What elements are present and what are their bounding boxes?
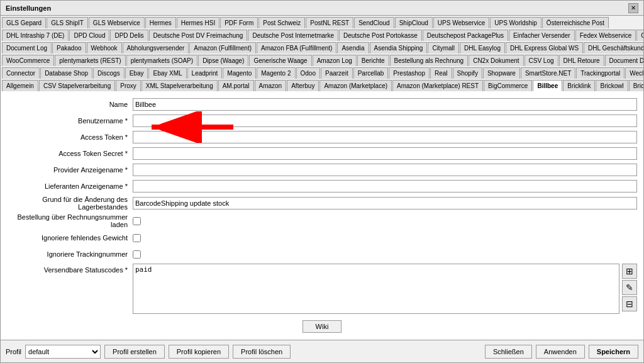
tab-pakadoo[interactable]: Pakadoo [52,42,86,53]
tab-plentymarkets-soap[interactable]: plentymarkets (SOAP) [126,55,197,66]
tab-abholungsversender[interactable]: Abholungsversender [123,42,189,53]
tab-paarzeit[interactable]: Paarzeit [321,67,353,79]
profil-select[interactable]: default [25,345,101,359]
tab-document-log[interactable]: Document Log [2,42,52,53]
tab-gls-shipit[interactable]: GLS ShipIT [47,17,88,28]
tab-shopify[interactable]: Shopify [453,67,482,79]
tab-postnl-rest[interactable]: PostNL REST [306,17,353,28]
tab-xml-stapel[interactable]: XML Stapelverarbeitung [142,80,218,91]
tab-deutsche-post-internetmarke[interactable]: Deutsche Post Internetmarke [248,30,338,41]
tab-amazon-fba[interactable]: Amazon FBA (Fulfillment) [257,42,336,53]
tab-sendcloud[interactable]: SendCloud [354,17,394,28]
tab-shipcloud[interactable]: ShipCloud [395,17,433,28]
tab-dhl-easylog[interactable]: DHL Easylog [460,42,505,53]
access-token-input[interactable] [133,131,637,143]
tab-prestashop[interactable]: Prestashop [389,67,430,79]
statuscodes-delete-button[interactable]: ⊟ [622,296,637,311]
access-token-secret-input[interactable] [133,147,637,160]
tab-einfacher-versender[interactable]: Einfacher Versender [509,30,575,41]
schliessen-button[interactable]: Schließen [485,345,532,359]
tab-berichte[interactable]: Berichte [357,55,389,66]
tab-gls-gepard[interactable]: GLS Gepard [2,17,46,28]
tab-gel-express[interactable]: GEL Express [636,30,643,41]
tab-bricklink[interactable]: Bricklink [563,80,595,91]
tab-dhl-retoure[interactable]: DHL Retoure [559,55,604,66]
tab-amazon[interactable]: Amazon [255,80,287,91]
tab-odoo[interactable]: Odoo [296,67,320,79]
tab-gls-webservice[interactable]: GLS Webservice [89,17,145,28]
tab-deutsche-post-dv[interactable]: Deutsche Post DV Freimachung [149,30,248,41]
close-button[interactable]: ✕ [628,3,638,13]
tab-ebay[interactable]: Ebay [125,67,148,79]
tab-parcellab[interactable]: Parcellab [353,67,389,79]
lieferanten-input[interactable] [133,180,637,193]
tab-asendia[interactable]: Asendia [337,42,369,53]
tab-osterreichische-post[interactable]: Österreichische Post [542,17,609,28]
tab-webhook[interactable]: Webhook [87,42,122,53]
speichern-button[interactable]: Speichern [589,345,638,359]
wiki-button[interactable]: Wiki [303,320,342,333]
tab-dpd-delis[interactable]: DPD Delis [110,30,148,41]
tab-shopware[interactable]: Shopware [483,67,520,79]
tab-brickscout[interactable]: Brickscout [629,80,643,91]
tab-deutsche-post-portokasse[interactable]: Deutsche Post Portokasse [339,30,422,41]
tab-leadprint[interactable]: Leadprint [187,67,223,79]
ignoriere-gewicht-checkbox[interactable] [133,234,141,242]
tab-pdf-form[interactable]: PDF Form [220,17,258,28]
tab-weclapp[interactable]: Weclapp [625,67,643,79]
tab-ups-worldship[interactable]: UPS Worldship [490,17,541,28]
tab-generische-waage[interactable]: Generische Waage [249,55,311,66]
name-input[interactable] [133,98,637,111]
tab-cn2x-dokument[interactable]: CN2x Dokument [469,55,523,66]
tab-brickowl[interactable]: Brickowl [596,80,628,91]
tab-magento[interactable]: Magento [223,67,256,79]
tab-woocommerce[interactable]: WooCommerce [2,55,54,66]
tab-csv-stapel[interactable]: CSV Stapelverarbeitung [39,80,115,91]
tab-dhl-intraship[interactable]: DHL Intraship 7 (DE) [2,30,69,41]
tab-real[interactable]: Real [430,67,452,79]
provider-input[interactable] [133,164,637,176]
tab-amazon-marketplace-rest[interactable]: Amazon (Marketplace) REST [392,80,483,91]
tab-citymall[interactable]: Citymall [428,42,459,53]
tab-amazon-log[interactable]: Amazon Log [313,55,357,66]
tab-smartstore[interactable]: SmartStore.NET [521,67,575,79]
tab-ebay-xml[interactable]: Ebay XML [148,67,186,79]
tab-ups-webservice[interactable]: UPS Webservice [433,17,489,28]
tab-proxy[interactable]: Proxy [116,80,141,91]
tab-afterbuy[interactable]: Afterbuy [287,80,319,91]
tab-dhl-express-global[interactable]: DHL Express Global WS [506,42,583,53]
tab-database-shop[interactable]: Database Shop [40,67,92,79]
tab-csv-log[interactable]: CSV Log [525,55,558,66]
statuscodes-add-button[interactable]: ⊞ [622,264,637,279]
bestellung-checkbox[interactable] [133,217,141,225]
tab-bigcommerce[interactable]: BigCommerce [484,80,532,91]
tab-trackingportal[interactable]: Trackingportal [576,67,625,79]
tab-dpd-cloud[interactable]: DPD Cloud [69,30,109,41]
statuscodes-edit-button[interactable]: ✎ [622,280,637,295]
profil-kopieren-button[interactable]: Profil kopieren [169,345,229,359]
benutzername-input[interactable] [133,114,637,127]
ignoriere-tracking-checkbox[interactable] [133,250,141,259]
anwenden-button[interactable]: Anwenden [536,345,585,359]
tab-billbee[interactable]: Billbee [533,80,562,91]
tab-dhl-geschaeftskunden[interactable]: DHL Geschäftskundenversand [584,42,643,53]
grund-input[interactable] [133,197,637,209]
tab-bestellung-als-rechnung[interactable]: Bestellung als Rechnung [390,55,469,66]
tab-document-downloader[interactable]: Document Downloader [605,55,643,66]
tab-hermes-hsi[interactable]: Hermes HSI [177,17,219,28]
profil-erstellen-button[interactable]: Profil erstellen [104,345,165,359]
tab-amazon-marketplace[interactable]: Amazon (Marketplace) [319,80,392,91]
tab-asendia-shipping[interactable]: Asendia Shipping [370,42,428,53]
tab-magento2[interactable]: Magento 2 [257,67,295,79]
tab-plentymarkets-rest[interactable]: plentymarkets (REST) [55,55,125,66]
tab-deutschepost-packageplus[interactable]: Deutschepost PackagePlus [423,30,508,41]
statuscodes-textarea[interactable]: paid [133,264,619,314]
tab-connector[interactable]: Connector [2,67,40,79]
tab-hermes[interactable]: Hermes [145,17,176,28]
tab-post-schweiz[interactable]: Post Schweiz [258,17,305,28]
profil-loeschen-button[interactable]: Profil löschen [233,345,291,359]
tab-amazon-fulfillment[interactable]: Amazon (Fulfillment) [189,42,256,53]
tab-discogs[interactable]: Discogs [93,67,125,79]
tab-dipse-waage[interactable]: Dipse (Waage) [198,55,248,66]
tab-am-portal[interactable]: AM.portal [218,80,254,91]
